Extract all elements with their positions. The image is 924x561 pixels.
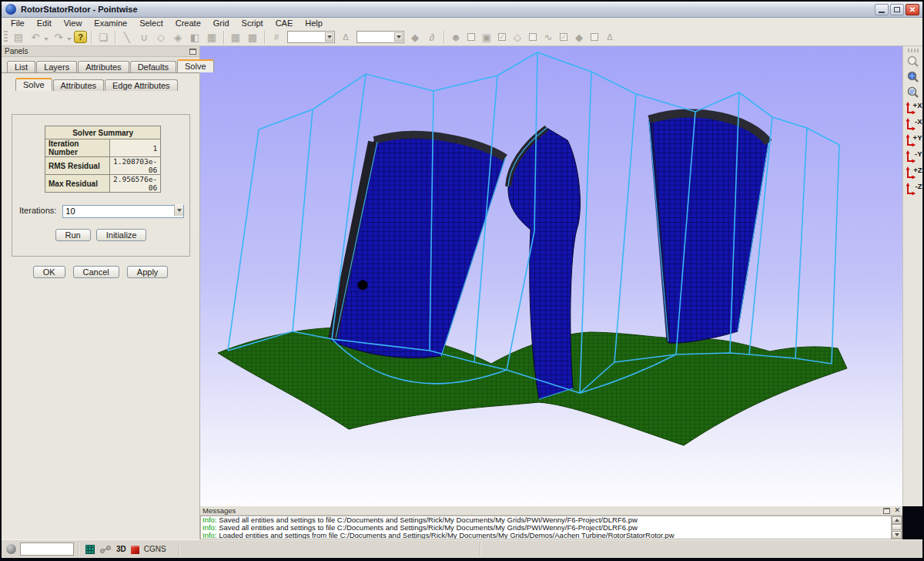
structured-grid-icon[interactable]: ▦ bbox=[228, 30, 243, 45]
messages-float-icon[interactable] bbox=[883, 508, 890, 514]
dimension-icon[interactable]: # bbox=[269, 30, 284, 45]
undo-icon[interactable]: ↶ bbox=[28, 30, 43, 45]
iterations-input[interactable] bbox=[62, 205, 184, 218]
cancel-button[interactable]: Cancel bbox=[73, 266, 119, 278]
menu-file[interactable]: File bbox=[5, 18, 31, 29]
messages-panel: Messages ✕ Info: Saved all entities and … bbox=[200, 506, 902, 539]
minimize-button[interactable] bbox=[875, 4, 889, 15]
menu-create[interactable]: Create bbox=[169, 18, 207, 29]
create-structured-domain-icon[interactable]: ◇ bbox=[153, 30, 169, 45]
create-curve-icon[interactable]: ∪ bbox=[136, 30, 152, 45]
mask-connector-checkbox[interactable]: ✓ bbox=[560, 33, 567, 41]
redo-icon[interactable]: ↷ bbox=[51, 30, 66, 45]
tab-defaults[interactable]: Defaults bbox=[130, 61, 176, 72]
initialize-button[interactable]: Initialize bbox=[96, 229, 147, 241]
toolbar-separator bbox=[444, 31, 444, 44]
menu-examine[interactable]: Examine bbox=[88, 18, 133, 29]
grid-mode-icon[interactable] bbox=[85, 545, 95, 554]
create-connector-icon[interactable]: ╲ bbox=[119, 30, 135, 45]
mask-domain-checkbox[interactable] bbox=[529, 33, 537, 41]
toolbar-separator bbox=[223, 31, 224, 44]
mask-face-icon[interactable]: ☻ bbox=[448, 30, 464, 45]
mask-face-checkbox[interactable] bbox=[467, 33, 475, 41]
minimize-icon bbox=[879, 12, 885, 13]
menu-cae[interactable]: CAE bbox=[270, 18, 300, 29]
close-button[interactable]: ✕ bbox=[906, 4, 919, 15]
tab-layers[interactable]: Layers bbox=[36, 61, 77, 72]
panels-dock: Panels List Layers Attributes Defaults S… bbox=[2, 46, 200, 539]
undo-dropdown-icon[interactable] bbox=[44, 38, 49, 41]
spacing-combo-arrow-icon[interactable] bbox=[394, 32, 403, 42]
help-icon[interactable]: ? bbox=[74, 31, 87, 43]
zoom-fit-icon[interactable] bbox=[905, 69, 921, 85]
iterations-combobox[interactable] bbox=[62, 203, 184, 217]
mask-database-checkbox[interactable] bbox=[591, 33, 598, 41]
tab-attributes[interactable]: Attributes bbox=[78, 61, 129, 72]
boundary-icon[interactable]: ∂ bbox=[424, 30, 440, 45]
save-icon[interactable]: ▤ bbox=[11, 30, 26, 45]
unstructured-grid-icon[interactable]: ▩ bbox=[245, 30, 260, 45]
messages-close-icon[interactable]: ✕ bbox=[894, 507, 900, 514]
subtab-attributes[interactable]: Attributes bbox=[53, 79, 104, 91]
create-block-icon[interactable]: ▦ bbox=[204, 30, 219, 45]
cae-solver-icon[interactable] bbox=[131, 546, 139, 554]
spacing-icon[interactable]: Δ bbox=[338, 30, 353, 45]
solve-surface-icon[interactable]: ◆ bbox=[407, 30, 423, 45]
menu-edit[interactable]: Edit bbox=[31, 18, 58, 29]
redo-dropdown-icon[interactable] bbox=[67, 38, 72, 41]
menu-help[interactable]: Help bbox=[299, 18, 329, 29]
menu-view[interactable]: View bbox=[58, 18, 89, 29]
zoom-level-icon[interactable] bbox=[905, 85, 921, 100]
3d-viewport[interactable] bbox=[200, 46, 902, 506]
spacing-combobox[interactable] bbox=[357, 31, 404, 43]
create-unstructured-domain-icon[interactable]: ◈ bbox=[170, 30, 186, 45]
toolbar-drag-handle[interactable] bbox=[4, 31, 8, 43]
mask-domain-icon[interactable]: ◇ bbox=[510, 30, 525, 45]
zoom-box-icon[interactable] bbox=[905, 54, 921, 69]
view-minus-x-button[interactable]: -X bbox=[904, 116, 922, 133]
solver-summary-table: Solver Summary Iteration Number 1 RMS Re… bbox=[45, 126, 161, 193]
scroll-thumb[interactable] bbox=[892, 524, 902, 530]
status-light-icon bbox=[6, 544, 16, 554]
solve-tab-page: Solve Attributes Edge Attributes Solver … bbox=[2, 72, 199, 539]
view-toolbar-drag-handle[interactable] bbox=[908, 49, 919, 52]
menu-grid[interactable]: Grid bbox=[207, 18, 236, 29]
scroll-up-icon[interactable] bbox=[892, 516, 902, 524]
progress-field bbox=[20, 543, 74, 556]
panels-float-icon[interactable] bbox=[189, 49, 196, 55]
view-plus-z-button[interactable]: +Z bbox=[904, 165, 922, 181]
menu-script[interactable]: Script bbox=[236, 18, 270, 29]
selected-point-marker[interactable] bbox=[358, 280, 368, 291]
iteration-number-value: 1 bbox=[110, 139, 161, 157]
view-minus-z-button[interactable]: -Z bbox=[904, 181, 922, 197]
run-button[interactable]: Run bbox=[55, 229, 91, 241]
dimension-combobox[interactable] bbox=[287, 31, 335, 43]
dimension-combo-arrow-icon[interactable] bbox=[325, 32, 333, 42]
statusbar-separator bbox=[179, 543, 179, 556]
scroll-down-icon[interactable] bbox=[892, 531, 902, 539]
mask-block-icon[interactable]: ▣ bbox=[479, 30, 494, 45]
ok-button[interactable]: OK bbox=[33, 266, 65, 278]
application-window: RotorStatorRotor - Pointwise ✕ File Edit… bbox=[0, 0, 924, 561]
mask-connector-icon[interactable]: ∿ bbox=[541, 30, 556, 45]
subtab-solve[interactable]: Solve bbox=[15, 78, 52, 91]
assemble-icon[interactable]: ◧ bbox=[187, 30, 203, 45]
view-plus-x-button[interactable]: +X bbox=[904, 100, 922, 116]
title-bar: RotorStatorRotor - Pointwise ✕ bbox=[2, 2, 922, 18]
view-plus-y-button[interactable]: +Y bbox=[904, 133, 922, 149]
messages-scrollbar[interactable] bbox=[891, 516, 902, 539]
messages-log[interactable]: Info: Saved all entities and settings to… bbox=[200, 516, 902, 539]
link-icon[interactable] bbox=[99, 545, 112, 554]
apply-button[interactable]: Apply bbox=[127, 266, 169, 278]
iterations-combo-arrow-icon[interactable] bbox=[174, 204, 183, 216]
layers-icon[interactable]: ❏ bbox=[95, 30, 111, 45]
restore-button[interactable] bbox=[890, 4, 904, 15]
tab-list[interactable]: List bbox=[7, 61, 35, 72]
mask-database-icon[interactable]: ◆ bbox=[571, 30, 587, 45]
menu-select[interactable]: Select bbox=[133, 18, 169, 29]
view-minus-y-button[interactable]: -Y bbox=[904, 149, 922, 165]
mask-spacing-icon[interactable]: Δ bbox=[602, 30, 618, 45]
tab-solve[interactable]: Solve bbox=[177, 59, 214, 72]
subtab-edge-attributes[interactable]: Edge Attributes bbox=[105, 79, 178, 91]
mask-block-checkbox[interactable]: ✓ bbox=[498, 33, 506, 41]
